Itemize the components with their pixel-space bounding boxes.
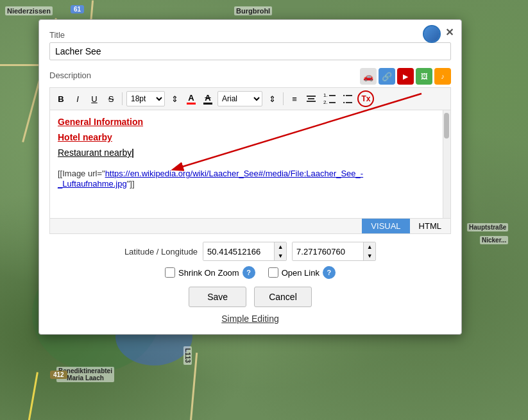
bold-button[interactable]: B (54, 91, 68, 106)
font-size-select[interactable]: 18pt 8pt10pt12pt14pt16pt 20pt24pt (126, 91, 165, 106)
latitude-input[interactable] (203, 242, 274, 260)
save-button[interactable]: Save (189, 287, 246, 307)
editor-toolbar: B I U S 18pt 8pt10pt12pt14pt16pt 20pt24p… (49, 87, 451, 110)
editor-line-4: [[Image url="https://en.wikipedia.org/wi… (58, 168, 438, 189)
scrollbar-thumb[interactable] (444, 113, 449, 139)
action-buttons: Save Cancel (49, 287, 451, 307)
font-color-button[interactable]: A (184, 91, 198, 106)
longitude-arrows: ▲ ▼ (363, 242, 375, 260)
title-input[interactable] (49, 42, 451, 60)
cancel-button[interactable]: Cancel (254, 287, 312, 307)
map-label-nicker: Nicker... (480, 236, 508, 244)
open-link-checkbox[interactable] (268, 267, 278, 278)
underline-button[interactable]: U (87, 91, 101, 106)
longitude-input[interactable] (293, 242, 363, 260)
shrink-on-zoom-label: Shrink On Zoom (178, 268, 239, 278)
list-ordered-button[interactable]: 1. 2. (321, 91, 338, 106)
view-toggle: VISUAL HTML (49, 219, 451, 234)
toolbar-separator-1 (122, 92, 123, 105)
description-label: Description (49, 71, 91, 80)
unordered-list-icon: • • (343, 92, 353, 105)
latitude-up-arrow[interactable]: ▲ (275, 242, 286, 251)
editor-line-2: Hotel nearby (58, 132, 438, 142)
editor-line-3: Restaurant nearby (58, 147, 438, 158)
italic-button[interactable]: I (71, 91, 85, 106)
editor-line-1: General Information (58, 117, 438, 127)
youtube-icon[interactable]: ▶ (397, 68, 414, 85)
car-icon[interactable]: 🚗 (360, 68, 377, 85)
map-badge-61: 61 (71, 5, 84, 13)
open-link-label: Open Link (282, 268, 319, 278)
description-icons: 🚗 🔗 ▶ 🖼 ♪ (360, 68, 451, 85)
font-color-alt-icon: A (203, 94, 212, 105)
font-color-icon: A (187, 94, 196, 105)
strikethrough-button[interactable]: S (104, 91, 118, 106)
clear-format-button[interactable]: Tx (357, 90, 374, 107)
map-label-hauptstrasse: Hauptstraße (467, 223, 508, 231)
latitude-field: ▲ ▼ (203, 242, 287, 261)
title-label: Title (49, 30, 451, 40)
longitude-down-arrow[interactable]: ▼ (364, 251, 375, 260)
dialog: ✕ Title Description 🚗 🔗 ▶ 🖼 ♪ B I U S 18… (38, 19, 462, 335)
shrink-on-zoom-help-icon[interactable]: ? (243, 266, 255, 279)
latitude-arrows: ▲ ▼ (274, 242, 286, 260)
map-badge-412: 412 (50, 371, 67, 379)
map-label-burgbrohl: Burgbrohl (234, 6, 272, 15)
font-size-stepper[interactable]: ⇕ (167, 91, 182, 106)
open-link-option: Open Link ? (268, 266, 336, 279)
align-left-button[interactable]: ≡ (287, 91, 302, 106)
simple-editing-link[interactable]: Simple Editing (49, 314, 451, 324)
ordered-list-icon (307, 96, 316, 102)
list-unordered-button[interactable]: • • (341, 91, 355, 106)
editor-area[interactable]: General Information Hotel nearby Restaur… (49, 110, 451, 219)
visual-view-button[interactable]: VISUAL (362, 219, 409, 233)
map-label-niederzissen: Niederzissen (5, 6, 53, 15)
sound-icon[interactable]: ♪ (434, 68, 451, 85)
image-icon[interactable]: 🖼 (416, 68, 432, 85)
close-button[interactable]: ✕ (442, 25, 456, 39)
shrink-on-zoom-checkbox[interactable] (165, 267, 175, 278)
open-link-help-icon[interactable]: ? (323, 266, 336, 279)
map-label-l113: L113 (183, 346, 192, 365)
coords-label: Latitude / Longitude (124, 247, 198, 256)
html-view-button[interactable]: HTML (410, 219, 450, 233)
link-icon[interactable]: 🔗 (379, 68, 395, 85)
font-name-stepper[interactable]: ⇕ (265, 91, 279, 106)
editor-scrollbar[interactable] (443, 110, 450, 218)
options-row: Shrink On Zoom ? Open Link ? (49, 266, 451, 279)
shrink-on-zoom-option: Shrink On Zoom ? (165, 266, 255, 279)
list-icon: 1. 2. (323, 92, 336, 105)
latitude-down-arrow[interactable]: ▼ (275, 251, 286, 260)
longitude-field: ▲ ▼ (292, 242, 376, 261)
font-name-select[interactable]: Arial Times New Roman Courier Verdana (217, 91, 262, 106)
cursor (132, 149, 133, 158)
align-center-button[interactable] (304, 91, 318, 106)
map-thumbnail-icon (423, 25, 441, 43)
font-color-alt-button[interactable]: A (201, 91, 215, 106)
toolbar-separator-2 (283, 92, 284, 105)
coordinates-row: Latitude / Longitude ▲ ▼ ▲ ▼ (49, 242, 451, 261)
longitude-up-arrow[interactable]: ▲ (364, 242, 375, 251)
